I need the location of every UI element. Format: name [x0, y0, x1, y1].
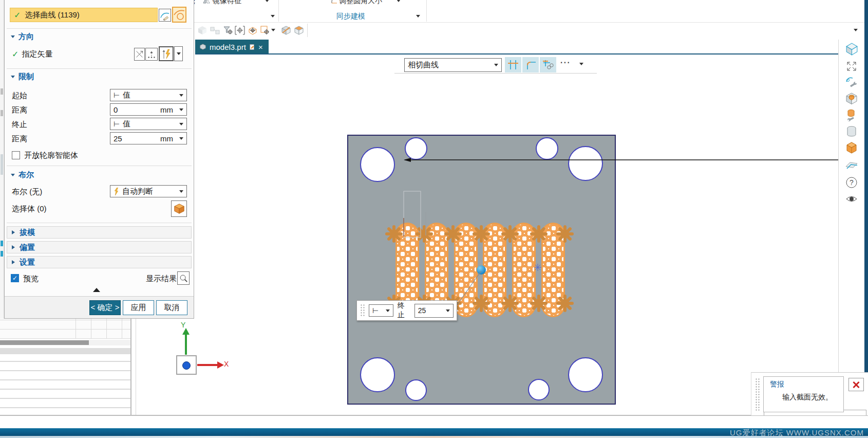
pattern-star[interactable]: [501, 225, 519, 243]
ribbon-item-resize-blend[interactable]: 调整圆角大小: [339, 0, 382, 6]
fit-view-icon[interactable]: [843, 59, 860, 74]
apply-button[interactable]: 应用: [123, 300, 154, 315]
plate-hole[interactable]: [528, 379, 550, 400]
two-point-vector-button[interactable]: [134, 48, 145, 61]
dropdown-arrow-icon[interactable]: [416, 15, 420, 17]
curve-rule-dropdown[interactable]: 相切曲线: [404, 58, 502, 72]
drag-handle-sphere[interactable]: [477, 265, 486, 275]
help-icon[interactable]: ?: [843, 175, 860, 190]
more-rules-button[interactable]: ⋯: [560, 56, 570, 68]
curve-edit-button[interactable]: [159, 9, 171, 22]
open-profile-checkbox[interactable]: [12, 151, 20, 159]
plate-hole[interactable]: [360, 147, 395, 182]
plate-hole[interactable]: [568, 146, 603, 181]
triad-x-arrowhead[interactable]: [217, 361, 224, 369]
select-body-button[interactable]: [171, 200, 187, 217]
start-type-combo[interactable]: ⊢ 值: [110, 89, 187, 101]
auto-vector-button[interactable]: [159, 46, 174, 61]
triad-origin-dot[interactable]: [182, 361, 191, 370]
ok-button[interactable]: < 确定 >: [89, 300, 121, 315]
end-distance-input[interactable]: 25: [414, 304, 454, 318]
limit-type-prefix: ⊢: [372, 306, 379, 315]
surface-sheet-icon[interactable]: [843, 157, 860, 173]
start-label: 起始: [12, 91, 27, 101]
modified-icon: [249, 44, 255, 50]
inferred-vector-dots-button[interactable]: [145, 48, 158, 61]
cancel-button[interactable]: 取消: [156, 300, 187, 315]
shaded-view-icon[interactable]: [280, 25, 292, 36]
expand-arrow-icon: [12, 230, 15, 234]
snap-dropdown-arrow-icon[interactable]: [271, 29, 275, 31]
hex-box-icon[interactable]: [843, 140, 860, 156]
cylinder-edit-icon[interactable]: [843, 107, 860, 123]
boolean-combo[interactable]: 自动判断: [110, 185, 187, 197]
start-distance-input[interactable]: 0 mm: [110, 103, 187, 116]
part-tab[interactable]: model3.prt ×: [195, 40, 269, 54]
ribbon-item-mirror-feature[interactable]: 镜像特征: [213, 0, 241, 6]
offset-section-bar[interactable]: 偏置: [7, 241, 192, 253]
horizontal-scrollbar-thumb[interactable]: [0, 340, 89, 345]
connected-curve-rule-button[interactable]: [522, 57, 539, 72]
bottom-left-panel: [0, 319, 131, 415]
triad-x-axis[interactable]: [197, 364, 218, 366]
ribbon-bottom-border: [180, 22, 868, 23]
draft-section-bar[interactable]: 拔模: [7, 226, 192, 239]
tangent-curve-rule-button[interactable]: [540, 57, 556, 72]
limit-type-combo[interactable]: ⊢: [369, 304, 393, 317]
dropdown-arrow-icon[interactable]: [271, 15, 275, 17]
preview-checkbox[interactable]: [11, 274, 19, 282]
dropdown-arrow-icon[interactable]: [265, 0, 269, 2]
snap-square-icon[interactable]: [259, 25, 271, 36]
ribbon-overflow-arrow-icon[interactable]: [854, 29, 858, 31]
direction-section-header[interactable]: 方向: [11, 32, 34, 42]
plate-hole[interactable]: [568, 357, 603, 392]
cylinder-body-icon[interactable]: [843, 124, 860, 139]
limits-section-header[interactable]: 限制: [11, 72, 34, 82]
plate-hole[interactable]: [536, 137, 558, 160]
show-hide-eye-icon[interactable]: [843, 191, 860, 207]
pattern-star[interactable]: [556, 295, 574, 312]
extrude-in-cube-icon[interactable]: [843, 91, 860, 106]
single-curve-rule-button[interactable]: [505, 57, 521, 72]
pattern-star[interactable]: [473, 295, 490, 312]
pattern-star[interactable]: [530, 295, 548, 312]
list-row-divider: [0, 370, 130, 371]
plate-hole[interactable]: [405, 379, 427, 401]
link-bodies-icon[interactable]: [210, 25, 221, 36]
curve-selection-field[interactable]: ✓ 选择曲线 (1139): [10, 8, 158, 22]
ribbon-group-synchronous-modeling[interactable]: 同步建模: [336, 12, 365, 21]
selection-filter-icon[interactable]: [222, 25, 234, 36]
triad-y-axis[interactable]: [185, 334, 187, 355]
show-result-button[interactable]: [177, 271, 190, 285]
pattern-star[interactable]: [501, 295, 519, 312]
home-view-icon[interactable]: [843, 41, 860, 57]
selection-scope-icon[interactable]: [197, 25, 208, 36]
toolbar-grip-handle[interactable]: [360, 304, 365, 317]
snap-point-scope-icon[interactable]: [234, 25, 246, 36]
snap-box-icon[interactable]: [247, 25, 258, 36]
settings-section-bar[interactable]: 设置: [7, 256, 192, 268]
plate-hole[interactable]: [360, 357, 395, 392]
rules-dropdown-arrow-icon[interactable]: [579, 63, 583, 65]
boolean-section-header[interactable]: 布尔: [11, 170, 34, 180]
panel-divider[interactable]: [136, 319, 136, 415]
tab-close-icon[interactable]: ×: [258, 43, 263, 51]
sketch-task-icon[interactable]: [843, 75, 860, 90]
pattern-star[interactable]: [473, 225, 490, 243]
pattern-star[interactable]: [416, 225, 433, 243]
end-type-combo[interactable]: ⊢ 值: [110, 118, 187, 130]
pattern-star[interactable]: [385, 225, 403, 243]
alert-close-button[interactable]: [848, 378, 864, 391]
pattern-star[interactable]: [444, 225, 462, 243]
alert-grip-handle[interactable]: [755, 378, 760, 412]
sketch-section-button[interactable]: [172, 7, 186, 23]
dialog-collapse-arrow[interactable]: [93, 288, 100, 292]
plate-hole[interactable]: [405, 137, 427, 160]
pattern-star[interactable]: [530, 225, 548, 243]
end-distance-input[interactable]: 25 mm: [110, 132, 187, 144]
wireframe-view-icon[interactable]: [293, 25, 305, 36]
alert-title: 警报: [770, 380, 784, 389]
vector-dropdown-button[interactable]: [174, 46, 183, 61]
dropdown-arrow-icon[interactable]: [397, 0, 401, 2]
pattern-star[interactable]: [556, 225, 574, 243]
